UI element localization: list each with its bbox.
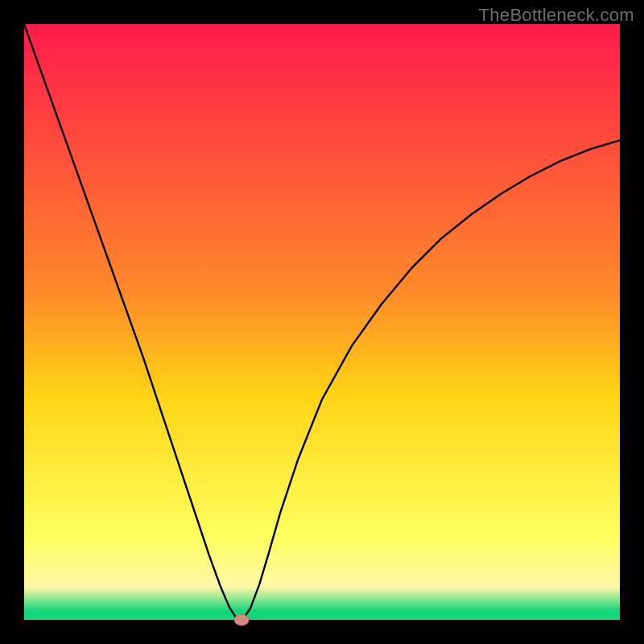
green-band (24, 611, 620, 620)
gradient-background (24, 24, 620, 620)
optimal-point-marker (234, 614, 249, 625)
bottleneck-chart (0, 0, 644, 644)
chart-frame: { "watermark": "TheBottleneck.com", "col… (0, 0, 644, 644)
